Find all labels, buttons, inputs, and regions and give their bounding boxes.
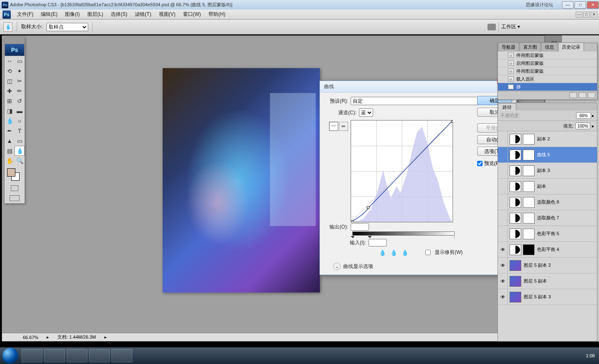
layer-mask-thumb[interactable] — [523, 134, 535, 145]
menu-layer[interactable]: 图层(L) — [84, 11, 107, 18]
status-arrow: ▸ — [104, 334, 107, 340]
crop-tool[interactable]: ◫ — [5, 76, 15, 86]
preview-checkbox[interactable] — [477, 161, 483, 166]
curve-mode-icon[interactable]: 〰 — [329, 122, 338, 131]
dock-tools-icon[interactable]: ✂ — [545, 73, 562, 85]
right-dock: ◂◂ ▦ ▶ ✂ — [545, 35, 599, 342]
menu-image[interactable]: 图像(I) — [61, 11, 83, 18]
channel-label: 通道(C): — [333, 109, 356, 116]
menu-window[interactable]: 窗口(W) — [179, 11, 205, 18]
visibility-toggle[interactable]: 👁 — [498, 273, 508, 289]
eraser-tool[interactable]: ◨ — [5, 106, 15, 116]
start-orb[interactable] — [2, 348, 18, 364]
doc-restore-button[interactable]: □ — [583, 12, 590, 17]
brush-tool[interactable]: ✏ — [15, 86, 25, 96]
tab-navigator[interactable]: 导航器 — [498, 42, 519, 52]
blur-tool[interactable]: 💧 — [5, 116, 15, 126]
eyedropper-tool[interactable]: 💧 — [15, 146, 25, 156]
heal-tool[interactable]: ✚ — [5, 86, 15, 96]
smooth-button[interactable]: 平滑(M) — [477, 123, 512, 133]
path-select-tool[interactable]: ▲ — [5, 136, 15, 146]
close-button[interactable]: ✕ — [587, 1, 599, 9]
slice-tool[interactable]: ✂ — [15, 76, 25, 86]
toolbox-grip[interactable] — [5, 37, 25, 44]
dodge-tool[interactable]: ○ — [15, 116, 25, 126]
menu-select[interactable]: 选择(S) — [107, 11, 131, 18]
layer-mask-thumb[interactable] — [523, 244, 535, 255]
menu-view[interactable]: 视图(V) — [155, 11, 179, 18]
taskbar-item[interactable] — [44, 349, 65, 362]
menu-help[interactable]: 帮助(H) — [205, 11, 229, 18]
color-swatch[interactable] — [5, 166, 25, 183]
menu-file[interactable]: 文件(F) — [13, 11, 37, 18]
camera-icon[interactable] — [488, 24, 496, 30]
layer-mask-thumb[interactable] — [523, 181, 535, 192]
dock-play-icon[interactable]: ▶ — [545, 60, 562, 73]
layer-mask-thumb[interactable] — [523, 229, 535, 239]
zoom-tool[interactable]: 🔍 — [15, 156, 25, 166]
maximize-button[interactable]: □ — [574, 1, 586, 9]
menu-filter[interactable]: 滤镜(T) — [131, 11, 155, 18]
svg-rect-2 — [367, 207, 369, 209]
ps-app-icon: Ps — [2, 2, 8, 8]
quickmask-toggle[interactable] — [5, 183, 25, 193]
wand-tool[interactable]: ✦ — [15, 66, 25, 76]
stamp-tool[interactable]: ⊞ — [5, 96, 15, 106]
system-clock[interactable]: 1:08 — [586, 353, 599, 359]
doc-close-button[interactable]: ✕ — [591, 12, 597, 17]
screenmode-toggle[interactable] — [5, 193, 25, 203]
output-input[interactable] — [351, 223, 369, 231]
layer-mask-thumb[interactable] — [523, 197, 535, 208]
notes-tool[interactable]: ▤ — [5, 146, 15, 156]
channel-select[interactable]: 蓝 — [359, 108, 373, 117]
visibility-toggle[interactable]: 👁 — [498, 289, 508, 305]
document-image[interactable] — [163, 68, 320, 293]
move-tool[interactable]: ↔ — [5, 56, 15, 66]
show-clipping-checkbox[interactable] — [425, 250, 431, 255]
doc-minimize-button[interactable]: — — [576, 12, 582, 17]
history-brush-tool[interactable]: ↺ — [15, 96, 25, 106]
display-options-toggle[interactable]: ⌄ — [333, 263, 341, 270]
input-gradient[interactable] — [352, 231, 455, 236]
gradient-tool[interactable]: ▬ — [15, 106, 25, 116]
tool-preset-icon[interactable]: 💧 — [3, 22, 12, 32]
cancel-button[interactable]: 取消 — [477, 108, 512, 117]
layer-mask-thumb[interactable] — [523, 213, 535, 224]
curves-titlebar[interactable]: 曲线 ✕ — [320, 81, 516, 93]
type-tool[interactable]: T — [15, 126, 25, 136]
hand-tool[interactable]: ✋ — [5, 156, 15, 166]
curves-dialog: 曲线 ✕ 预设(R): 自定 ☰ 通道(C): 蓝 〰 ✏ — [319, 81, 517, 275]
layer-mask-thumb[interactable] — [523, 165, 535, 176]
layer-thumb[interactable] — [510, 276, 521, 287]
lasso-tool[interactable]: ⟲ — [5, 66, 15, 76]
window-titlebar: Ps Adobe Photoshop CS3 - [b13533fa828ba6… — [0, 0, 599, 10]
taskbar-item[interactable] — [111, 349, 132, 362]
taskbar-item[interactable] — [67, 349, 87, 362]
layer-mask-thumb[interactable] — [523, 150, 535, 160]
gray-dropper-icon[interactable]: 💧 — [390, 249, 397, 256]
ok-button[interactable]: 确定 — [477, 96, 512, 105]
curves-close-button[interactable]: ✕ — [497, 77, 516, 85]
curves-graph[interactable] — [351, 120, 453, 222]
pen-tool[interactable]: ✒ — [5, 126, 15, 136]
options-button[interactable]: 选项(T)... — [477, 147, 512, 156]
zoom-level[interactable]: 66.67% — [23, 335, 38, 340]
show-clipping-label: 显示修剪(W) — [435, 249, 463, 256]
shape-tool[interactable]: ▭ — [15, 136, 25, 146]
dock-tab-icon[interactable]: ◂◂ — [545, 35, 562, 48]
menu-edit[interactable]: 编辑(E) — [37, 11, 61, 18]
tab-histogram[interactable]: 直方图 — [520, 42, 541, 52]
dock-grid-icon[interactable]: ▦ — [545, 48, 562, 60]
workspace-dropdown[interactable]: 工作区 ▾ — [501, 23, 520, 30]
taskbar-item[interactable] — [22, 349, 42, 362]
black-dropper-icon[interactable]: 💧 — [379, 249, 386, 256]
layer-thumb[interactable] — [510, 292, 521, 303]
auto-button[interactable]: 自动(A) — [477, 135, 512, 144]
taskbar-item[interactable] — [89, 349, 110, 362]
white-dropper-icon[interactable]: 💧 — [401, 249, 408, 256]
sample-size-select[interactable]: 取样点 — [47, 23, 88, 31]
minimize-button[interactable]: — — [562, 1, 574, 9]
windows-taskbar: 1:08 — [0, 347, 599, 364]
marquee-tool[interactable]: ▭ — [15, 56, 25, 66]
pencil-mode-icon[interactable]: ✏ — [339, 122, 348, 131]
